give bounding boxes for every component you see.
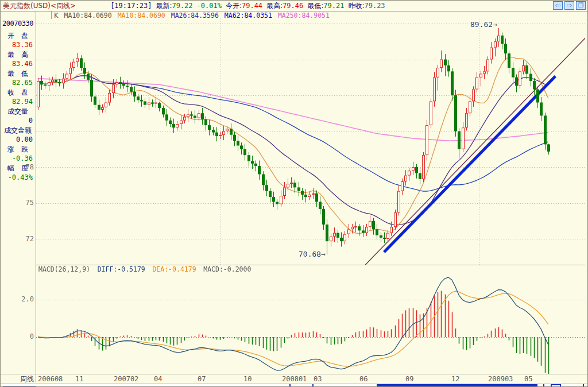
cascade-window-icon[interactable]: ❐ xyxy=(576,1,586,10)
change-field-label: 涨 跌 xyxy=(2,145,34,154)
dea-value: DEA:-0.4179 xyxy=(152,265,196,273)
low-field-label: 最 低 xyxy=(2,69,34,79)
range-field-value: -0.43% xyxy=(2,173,34,181)
background-window-strip xyxy=(1,383,588,387)
close-field: 收 盘 82.94 xyxy=(2,88,34,106)
open-field-label: 开 盘 xyxy=(2,31,34,41)
time-tick: 04 xyxy=(154,375,162,383)
time-tick: 03 xyxy=(314,375,322,383)
high-annotation: 89.62→ xyxy=(470,20,497,29)
time-tick: 200702 xyxy=(114,375,138,383)
time-tick: 11 xyxy=(75,375,83,383)
turnover-field-value: 0.00 xyxy=(2,136,34,144)
low-field: 最 低 82.65 xyxy=(2,69,34,87)
time-tick: 12 xyxy=(451,375,459,383)
instrument-title: 美元指数(USD)<周线> xyxy=(3,1,76,11)
strip-box xyxy=(551,384,561,387)
volume-field: 成交量 0 xyxy=(2,107,34,125)
last-label: 最新: xyxy=(156,1,172,11)
close-field-label: 收 盘 xyxy=(2,88,34,98)
high-value: 79.46 xyxy=(283,2,303,10)
time-tick: 06 xyxy=(359,375,368,383)
time-tick: 05 xyxy=(524,375,532,383)
turnover-field-label: 成交金额 xyxy=(2,126,34,136)
close-field-value: 82.94 xyxy=(2,98,34,106)
macd-header: MACD(26,12,9) DIFF:-0.5179 DEA:-0.4179 M… xyxy=(38,265,256,273)
back-icon[interactable]: ⇦ xyxy=(553,1,563,10)
right-arrow-icon: → xyxy=(493,20,497,29)
info-sidebar: 20070330 开 盘 83.36 最 高 83.46 最 低 82.65 收… xyxy=(1,11,36,382)
strip-tick xyxy=(312,384,314,387)
strip-tick xyxy=(289,384,291,387)
change-percent: -0.01% xyxy=(197,2,222,10)
open-value: 79.44 xyxy=(242,2,262,10)
macd-indicator-chart[interactable] xyxy=(36,265,585,374)
low-value: 79.21 xyxy=(323,2,344,10)
macd-value: MACD:-0.2000 xyxy=(203,265,251,273)
open-field-value: 83.36 xyxy=(2,41,34,49)
diff-value: DIFF:-0.5179 xyxy=(98,265,145,273)
price-tick-78: 78 xyxy=(1,163,34,171)
prev-close-value: 79.23 xyxy=(364,2,385,10)
high-annotation-text: 89.62 xyxy=(470,20,493,29)
high-field-value: 83.46 xyxy=(2,60,34,68)
open-label: 今开: xyxy=(226,1,242,11)
last-value: 79.22 xyxy=(172,2,192,10)
low-annotation: 70.68→ xyxy=(299,250,326,258)
change-field: 涨 跌 -0.36 xyxy=(2,145,34,162)
time-tick: 200801 xyxy=(282,375,307,383)
high-field-label: 最 高 xyxy=(2,50,34,60)
change-field-value: -0.36 xyxy=(2,154,34,162)
top-quote-bar: 美元指数(USD)<周线> [19:17:23] 最新: 79.22 -0.01… xyxy=(1,1,588,11)
app-window: { "topbar": { "title": "美元指数(USD)<周线>", … xyxy=(0,0,588,387)
main-candlestick-chart[interactable] xyxy=(36,18,585,265)
nav-icon-group: ⇦ ⇨ ❐ xyxy=(553,1,586,10)
strip-bar xyxy=(377,384,537,387)
right-arrow-icon: → xyxy=(321,250,326,258)
price-tick-72: 72 xyxy=(1,235,34,243)
high-label: 最高: xyxy=(266,1,283,11)
time-tick: 07 xyxy=(198,375,206,383)
time-axis: 200608 11 200702 04 07 10 200801 03 06 0… xyxy=(1,374,588,382)
strip-tick xyxy=(583,384,584,387)
macd-tick-2: 2.0 xyxy=(1,295,34,303)
high-field: 最 高 83.46 xyxy=(2,50,34,68)
time-tick: 200608 xyxy=(38,375,63,383)
prev-close-label: 昨收: xyxy=(348,1,364,11)
macd-params-label: MACD(26,12,9) xyxy=(38,265,90,273)
time-tick: 09 xyxy=(405,375,413,383)
macd-tick-0: 0 xyxy=(1,332,34,340)
quote-time: [19:17:23] xyxy=(110,2,152,10)
price-tick-75: 75 xyxy=(1,199,34,207)
low-annotation-text: 70.68 xyxy=(299,250,321,258)
turnover-field: 成交金额 0.00 xyxy=(2,126,34,144)
time-tick: 200903 xyxy=(488,375,513,383)
forward-icon[interactable]: ⇨ xyxy=(564,1,574,10)
time-tick: 10 xyxy=(243,375,252,383)
volume-field-value: 0 xyxy=(2,117,34,125)
open-field: 开 盘 83.36 xyxy=(2,31,34,49)
low-label: 最低: xyxy=(307,1,323,11)
strip-tick xyxy=(543,384,544,387)
volume-field-label: 成交量 xyxy=(2,107,34,117)
low-field-value: 82.65 xyxy=(2,79,34,87)
selected-date: 20070330 xyxy=(2,20,34,28)
